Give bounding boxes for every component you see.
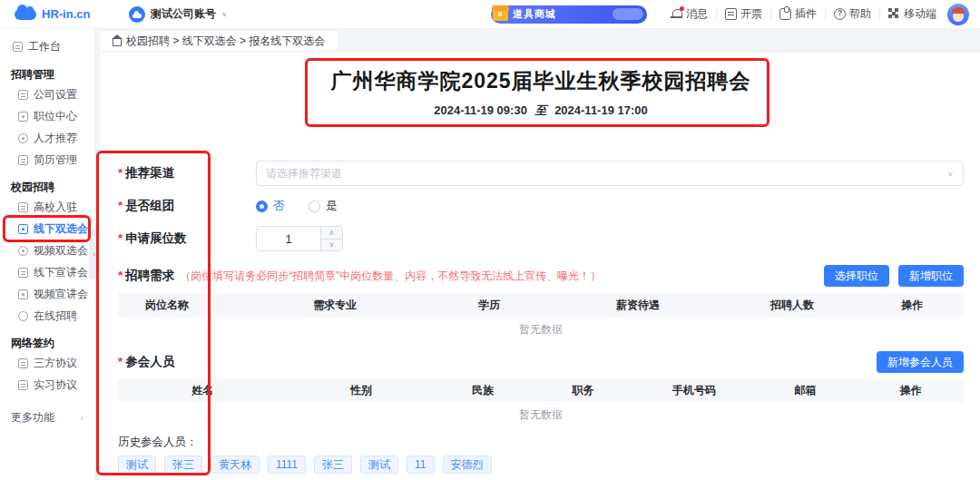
chevron-right-icon: ›: [81, 413, 83, 423]
divider: [716, 9, 717, 20]
channel-select[interactable]: 请选择推荐渠道 ∨: [256, 161, 964, 186]
chevron-down-icon: ∨: [947, 170, 954, 178]
sidebar-section-recruit-mgmt: 招聘管理: [0, 65, 94, 83]
notification-dot: [680, 6, 684, 11]
nav-messages-label: 消息: [686, 6, 708, 22]
attendees-row: 参会人员 新增参会人员: [118, 351, 964, 373]
video-icon: [18, 246, 28, 256]
history-tag[interactable]: 张三: [164, 456, 202, 474]
registration-form: 推荐渠道 请选择推荐渠道 ∨ 是否组团 否: [118, 161, 964, 480]
nav-mobile-label: 移动端: [904, 6, 936, 22]
event-date-range: 2024-11-19 09:30 至 2024-11-19 17:00: [118, 103, 964, 119]
group-label: 是否组团: [118, 198, 256, 214]
nav-plugin-label: 插件: [795, 6, 817, 22]
jobs-hint: （岗位填写请务必同步“招聘简章”中岗位数量、内容，不然导致无法线上宣传、曝光！）: [180, 269, 601, 284]
date-separator: 至: [535, 103, 547, 117]
stepper-buttons: ∧ ∨: [320, 227, 342, 250]
nav-help-label: 帮助: [849, 6, 871, 22]
sidebar-item-university-join[interactable]: 高校入驻: [0, 196, 94, 218]
add-attendee-button[interactable]: 新增参会人员: [877, 351, 964, 373]
nav-invoice[interactable]: 开票: [725, 6, 762, 22]
history-attendees-label: 历史参会人员：: [118, 435, 964, 450]
sidebar-item-tripartite-agreement[interactable]: 三方协议: [0, 352, 94, 374]
nav-plugin[interactable]: 插件: [779, 6, 817, 22]
history-tag[interactable]: 1111: [268, 456, 306, 474]
content-area: 校园招聘 > 线下双选会 > 报名线下双选会 广州华商学院2025届毕业生秋季校…: [94, 29, 980, 480]
sidebar-item-offline-info-session[interactable]: 线下宣讲会: [0, 261, 94, 283]
sidebar-item-video-job-fair[interactable]: 视频双选会: [0, 240, 94, 261]
history-attendees-tags: 测试 张三 黄天林 1111 张三 测试 11 安德烈: [118, 456, 964, 474]
event-date-end: 2024-11-19 17:00: [554, 103, 648, 117]
attendees-label: 参会人员: [118, 354, 174, 370]
brand-logo[interactable]: HR-in.cn: [15, 7, 116, 21]
radio-yes[interactable]: 是: [309, 198, 338, 214]
workbench-icon: [13, 42, 23, 52]
chevron-down-icon: ∨: [221, 11, 228, 18]
sidebar-more-functions[interactable]: 更多功能 ›: [0, 410, 94, 426]
sidebar-item-offline-job-fair[interactable]: 线下双选会: [0, 218, 94, 240]
nav-invoice-label: 开票: [740, 6, 762, 22]
top-header: HR-in.cn 测试公司账号 ∨ 道具商城 消息 开票: [0, 0, 980, 29]
briefcase-icon: [18, 112, 28, 122]
select-job-button[interactable]: 选择职位: [824, 265, 889, 287]
jobs-table-empty: 暂无数据: [118, 317, 964, 342]
invoice-icon: [725, 8, 737, 20]
sidebar: 工作台 招聘管理 公司设置 职位中心 人才推荐 简历管理 校园招聘: [0, 29, 94, 480]
page-title: 广州华商学院2025届毕业生秋季校园招聘会: [118, 67, 964, 95]
history-tag[interactable]: 测试: [118, 456, 156, 474]
jobs-label: 招聘需求: [118, 268, 174, 284]
sidebar-item-online-recruit[interactable]: 在线招聘: [0, 305, 94, 327]
booth-count-input[interactable]: [257, 227, 320, 250]
school-icon: [18, 202, 28, 212]
sidebar-collapse-handle[interactable]: ‹: [89, 229, 100, 279]
group-radio-group: 否 是: [256, 198, 338, 214]
document-icon: [18, 155, 28, 165]
sidebar-item-video-info-session[interactable]: 视频宣讲会: [0, 283, 94, 305]
breadcrumb[interactable]: 校园招聘 > 线下双选会 > 报名线下双选会: [100, 31, 338, 51]
presentation-icon: [18, 268, 28, 278]
event-date-start: 2024-11-19 09:30: [434, 103, 527, 117]
nav-messages[interactable]: 消息: [671, 6, 708, 22]
nav-mobile[interactable]: 移动端: [888, 6, 936, 22]
screen-icon: [18, 289, 28, 299]
history-tag[interactable]: 黄天林: [211, 456, 260, 474]
attendees-table-header: 姓名 性别 民族 职务 手机号码 邮箱 操作: [118, 378, 964, 402]
app-window: HR-in.cn 测试公司账号 ∨ 道具商城 消息 开票: [0, 0, 980, 480]
sidebar-item-internship-agreement[interactable]: 实习协议: [0, 374, 94, 396]
mall-banner-label: 道具商城: [513, 7, 556, 21]
registration-form-card: 广州华商学院2025届毕业生秋季校园招聘会 2024-11-19 09:30 至…: [100, 53, 980, 480]
attendees-table-empty: 暂无数据: [118, 402, 964, 427]
nav-help[interactable]: 帮助: [834, 6, 871, 22]
booth-count-stepper: ∧ ∨: [256, 226, 343, 251]
add-job-button[interactable]: 新增职位: [898, 265, 964, 287]
contract-icon: [18, 358, 28, 368]
stepper-up-icon[interactable]: ∧: [321, 227, 342, 240]
stepper-down-icon[interactable]: ∨: [321, 240, 342, 251]
mall-banner-highlight: [612, 8, 643, 20]
sidebar-item-resume-mgmt[interactable]: 简历管理: [0, 149, 94, 171]
history-tag[interactable]: 测试: [360, 456, 398, 474]
sidebar-item-talent-recommend[interactable]: 人才推荐: [0, 127, 94, 149]
history-tag[interactable]: 11: [407, 456, 434, 474]
mall-banner[interactable]: 道具商城: [491, 5, 647, 24]
sidebar-item-job-center[interactable]: 职位中心: [0, 105, 94, 127]
booth-label: 申请展位数: [118, 230, 256, 247]
channel-placeholder: 请选择推荐渠道: [266, 166, 947, 181]
company-avatar-icon: [129, 6, 145, 23]
treasure-chest-icon: [493, 8, 508, 21]
breadcrumb-path: 校园招聘 > 线下双选会 > 报名线下双选会: [126, 34, 325, 49]
user-avatar[interactable]: [947, 4, 969, 25]
sidebar-item-company-settings[interactable]: 公司设置: [0, 83, 94, 105]
sidebar-item-workbench[interactable]: 工作台: [0, 34, 94, 58]
radio-dot-icon: [309, 201, 320, 212]
header-nav: 消息 开票 插件 帮助 移动端: [671, 6, 936, 22]
building-icon: [18, 90, 28, 100]
history-tag[interactable]: 张三: [314, 456, 352, 474]
cloud-logo-icon: [15, 9, 36, 20]
history-tag[interactable]: 安德烈: [443, 456, 492, 474]
sidebar-section-campus: 校园招聘: [0, 178, 94, 196]
radio-no[interactable]: 否: [256, 198, 285, 214]
file-check-icon: [18, 380, 28, 390]
account-switcher[interactable]: 测试公司账号 ∨: [129, 6, 228, 23]
group-row: 是否组团 否 是: [118, 197, 964, 215]
